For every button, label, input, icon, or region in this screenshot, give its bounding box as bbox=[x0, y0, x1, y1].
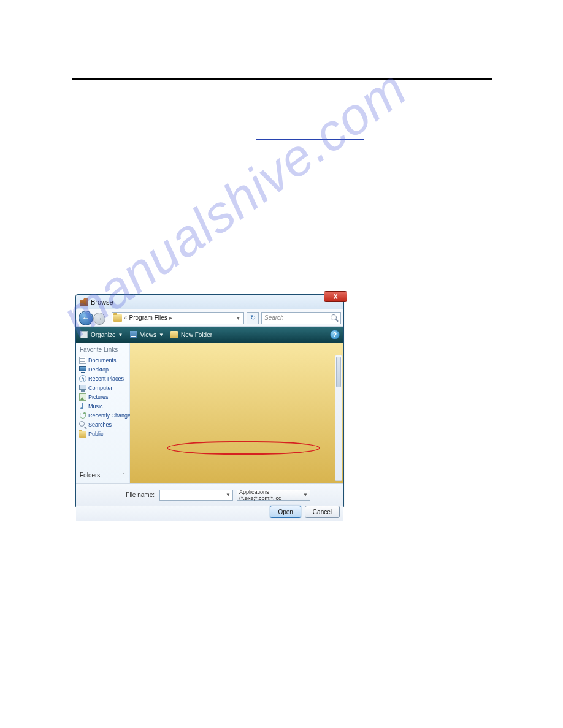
sidebar-item-desktop[interactable]: Desktop bbox=[79, 365, 127, 374]
documents-icon bbox=[79, 357, 86, 364]
toolbar: Organize ▼ Views ▼ New Folder ? bbox=[76, 327, 343, 343]
folder-icon bbox=[79, 430, 86, 438]
views-label: Views bbox=[140, 332, 157, 338]
browse-dialog: Browse X ← → « Program Files ▸ ▾ ↻ Searc… bbox=[75, 294, 344, 507]
back-button[interactable]: ← bbox=[79, 311, 93, 325]
open-button[interactable]: Open bbox=[270, 506, 301, 518]
button-row: Open Cancel bbox=[76, 506, 343, 521]
vertical-scrollbar[interactable] bbox=[335, 355, 342, 481]
sidebar-item-pictures[interactable]: Pictures bbox=[79, 393, 127, 401]
recent-icon bbox=[79, 375, 86, 382]
sidebar-item-documents[interactable]: Documents bbox=[79, 356, 127, 365]
window-title: Browse bbox=[91, 298, 113, 306]
sidebar-item-label: Documents bbox=[88, 357, 117, 363]
titlebar: Browse X bbox=[76, 295, 343, 309]
computer-icon bbox=[79, 384, 86, 392]
recently-changed-icon bbox=[79, 412, 86, 419]
chevron-down-icon[interactable]: ▼ bbox=[224, 491, 232, 499]
organize-icon bbox=[80, 330, 88, 339]
views-icon bbox=[129, 330, 138, 339]
page-horizontal-rule bbox=[72, 78, 492, 80]
search-input[interactable]: Search bbox=[261, 312, 341, 324]
sidebar-item-music[interactable]: Music bbox=[79, 402, 127, 411]
cancel-button[interactable]: Cancel bbox=[305, 506, 340, 518]
body: Favorite Links Documents Desktop Recent … bbox=[76, 343, 343, 483]
sidebar-item-label: Searches bbox=[88, 422, 112, 428]
filetype-select[interactable]: Applications (*.exe;*.com;*.icc ▼ bbox=[237, 490, 310, 501]
sidebar-item-searches[interactable]: Searches bbox=[79, 420, 127, 429]
folder-icon bbox=[132, 457, 140, 464]
chevron-down-icon: ▼ bbox=[303, 492, 308, 498]
search-icon bbox=[79, 421, 86, 428]
organize-label: Organize bbox=[91, 332, 116, 338]
folder-icon bbox=[113, 314, 122, 322]
sidebar: Favorite Links Documents Desktop Recent … bbox=[76, 343, 130, 483]
folders-label: Folders bbox=[80, 472, 100, 479]
app-icon bbox=[80, 298, 88, 306]
music-icon bbox=[79, 403, 86, 410]
pictures-icon bbox=[79, 393, 86, 401]
sidebar-item-label: Public bbox=[88, 431, 104, 437]
breadcrumb-sep: « bbox=[124, 314, 128, 321]
nav-back-forward: ← → bbox=[79, 311, 109, 325]
forward-button[interactable]: → bbox=[93, 313, 105, 325]
sidebar-item-label: Desktop bbox=[88, 366, 109, 373]
sidebar-item-label: Music bbox=[88, 403, 103, 409]
newfolder-label: New Folder bbox=[181, 332, 212, 338]
organize-button[interactable]: Organize ▼ bbox=[80, 330, 123, 339]
search-icon bbox=[330, 314, 339, 322]
chevron-down-icon: ▼ bbox=[159, 332, 164, 338]
sidebar-item-label: Computer bbox=[88, 385, 113, 391]
file-pane: Name▲ Date modified Type Size Adobe ASUS… bbox=[130, 343, 343, 483]
filetype-label: Applications (*.exe;*.com;*.icc bbox=[239, 489, 303, 501]
filename-label: File name: bbox=[80, 491, 156, 498]
bottom-bar: File name: ▼ Applications (*.exe;*.com;*… bbox=[76, 483, 343, 506]
sidebar-heading: Favorite Links bbox=[79, 345, 127, 355]
breadcrumb-dropdown[interactable]: ▾ bbox=[234, 314, 242, 321]
refresh-button[interactable]: ↻ bbox=[247, 312, 259, 324]
search-placeholder: Search bbox=[264, 314, 284, 321]
new-folder-button[interactable]: New Folder bbox=[170, 330, 212, 339]
chevron-down-icon: ▼ bbox=[118, 332, 123, 338]
scrollbar-thumb[interactable] bbox=[336, 357, 341, 387]
help-button[interactable]: ? bbox=[330, 330, 340, 339]
list-item[interactable]: K-Lite Codec Pack bbox=[132, 456, 341, 465]
page-link-1 bbox=[256, 131, 364, 140]
page-link-2 bbox=[253, 195, 492, 203]
sidebar-item-recently-changed[interactable]: Recently Changed bbox=[79, 411, 127, 420]
breadcrumb-chevron[interactable]: ▸ bbox=[169, 314, 172, 321]
page-link-3 bbox=[346, 211, 492, 219]
sidebar-item-computer[interactable]: Computer bbox=[79, 384, 127, 392]
breadcrumb-location[interactable]: Program Files bbox=[129, 314, 167, 321]
desktop-icon bbox=[79, 366, 86, 373]
folders-toggle[interactable]: Folders ˄ bbox=[79, 469, 127, 481]
breadcrumb[interactable]: « Program Files ▸ ▾ bbox=[112, 312, 244, 324]
file-list: Adobe ASUS ATKGFNEX Common Files FileZil… bbox=[130, 354, 343, 466]
refresh-icon: ↻ bbox=[250, 314, 256, 322]
folder-icon bbox=[170, 330, 178, 339]
nav-row: ← → « Program Files ▸ ▾ ↻ Search bbox=[76, 309, 343, 327]
filename-input[interactable] bbox=[159, 490, 233, 501]
sidebar-item-label: Recent Places bbox=[88, 376, 124, 382]
sidebar-item-recent-places[interactable]: Recent Places bbox=[79, 374, 127, 383]
close-button[interactable]: X bbox=[324, 291, 347, 302]
sidebar-item-label: Recently Changed bbox=[88, 412, 134, 419]
views-button[interactable]: Views ▼ bbox=[129, 330, 164, 339]
chevron-up-icon: ˄ bbox=[123, 472, 126, 479]
sidebar-item-public[interactable]: Public bbox=[79, 430, 127, 438]
sidebar-item-label: Pictures bbox=[88, 394, 109, 400]
